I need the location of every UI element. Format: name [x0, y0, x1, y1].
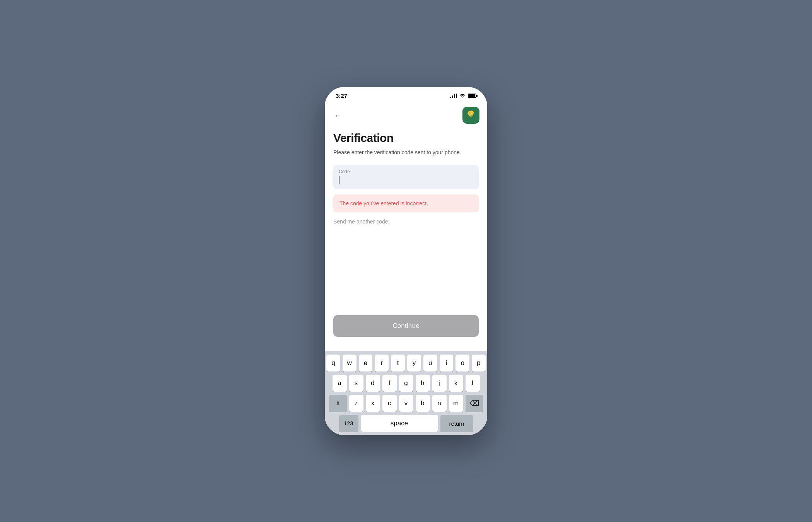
continue-button[interactable]: Continue [333, 315, 479, 337]
key-f[interactable]: f [382, 375, 397, 392]
key-t[interactable]: t [391, 355, 405, 372]
key-m[interactable]: m [449, 395, 463, 412]
status-icons [450, 93, 476, 99]
keyboard-row-3: ⇧ z x c v b n m ⌫ [326, 395, 486, 412]
keyboard: q w e r t y u i o p a s d f g h j k [325, 351, 487, 435]
key-c[interactable]: c [382, 395, 397, 412]
key-y[interactable]: y [407, 355, 421, 372]
key-h[interactable]: h [416, 375, 430, 392]
numbers-key[interactable]: 123 [339, 415, 358, 432]
key-v[interactable]: v [399, 395, 413, 412]
key-l[interactable]: l [466, 375, 480, 392]
key-n[interactable]: n [432, 395, 447, 412]
key-i[interactable]: i [440, 355, 454, 372]
code-input-field[interactable] [339, 175, 473, 185]
status-bar: 3:27 [325, 87, 487, 102]
back-button[interactable]: ← [333, 109, 343, 121]
key-b[interactable]: b [416, 395, 430, 412]
text-cursor [339, 176, 339, 184]
key-s[interactable]: s [349, 375, 363, 392]
keyboard-row-4: 123 space return [326, 415, 486, 432]
app-logo [462, 107, 479, 124]
key-g[interactable]: g [399, 375, 413, 392]
status-time: 3:27 [336, 92, 347, 99]
app-content: ← Verification Please enter the verifica… [325, 102, 487, 435]
key-j[interactable]: j [432, 375, 447, 392]
page-title: Verification [333, 131, 479, 145]
header: ← [325, 102, 487, 124]
error-message-box: The code you've entered is incorrect. [333, 194, 479, 212]
space-key[interactable]: space [361, 415, 438, 432]
key-u[interactable]: u [423, 355, 437, 372]
page-subtitle: Please enter the verification code sent … [333, 148, 479, 157]
error-text: The code you've entered is incorrect. [339, 200, 428, 206]
code-input-label: Code [339, 169, 473, 174]
battery-icon [468, 94, 476, 98]
code-input-container[interactable]: Code [333, 165, 479, 189]
logo-icon [466, 110, 476, 120]
keyboard-row-2: a s d f g h j k l [326, 375, 486, 392]
signal-icon [450, 94, 457, 98]
send-code-link[interactable]: Send me another code [333, 218, 479, 225]
return-key[interactable]: return [440, 415, 473, 432]
key-o[interactable]: o [455, 355, 469, 372]
phone-frame: 3:27 ← [325, 87, 487, 435]
key-q[interactable]: q [326, 355, 340, 372]
backspace-key[interactable]: ⌫ [466, 395, 483, 412]
shift-key[interactable]: ⇧ [329, 395, 347, 412]
key-x[interactable]: x [366, 395, 380, 412]
wifi-icon [459, 93, 466, 99]
key-r[interactable]: r [375, 355, 389, 372]
keyboard-row-1: q w e r t y u i o p [326, 355, 486, 372]
key-e[interactable]: e [359, 355, 373, 372]
key-a[interactable]: a [333, 375, 347, 392]
key-z[interactable]: z [349, 395, 363, 412]
key-w[interactable]: w [343, 355, 357, 372]
key-k[interactable]: k [449, 375, 463, 392]
page-content: Verification Please enter the verificati… [325, 124, 487, 351]
key-d[interactable]: d [366, 375, 380, 392]
key-p[interactable]: p [472, 355, 486, 372]
